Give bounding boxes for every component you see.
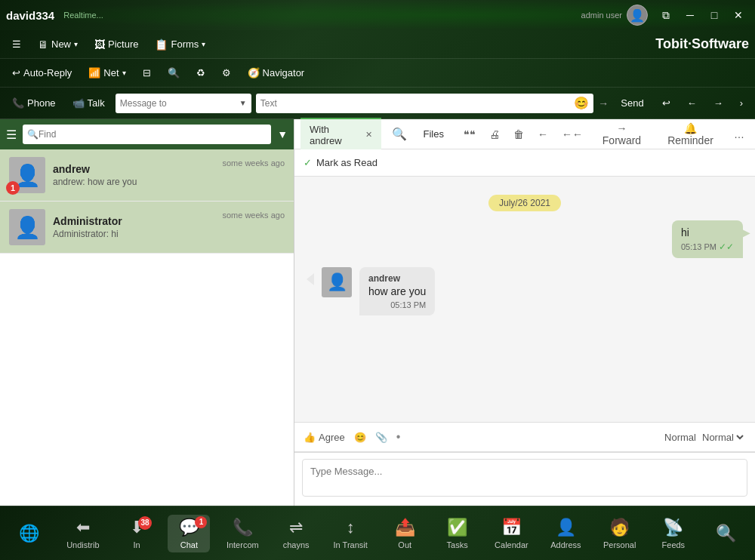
hamburger-icon: ☰: [12, 38, 21, 50]
menu-button[interactable]: ☰: [6, 35, 27, 53]
app-name: david334: [6, 9, 54, 22]
find-input[interactable]: [39, 129, 267, 140]
checkmark-icon: ✓: [304, 157, 312, 168]
message-input[interactable]: [302, 459, 747, 497]
search-tb-icon: 🔍: [716, 524, 736, 543]
message-to-input[interactable]: [120, 98, 239, 109]
message-text: how are you: [368, 285, 426, 297]
reply-all-button[interactable]: ←←: [557, 125, 587, 143]
chat-tab-andrew[interactable]: With andrew ✕: [300, 118, 381, 151]
new-button[interactable]: 🖥 New ▾: [32, 35, 84, 54]
forward-button[interactable]: → Forward: [592, 119, 652, 149]
recycle-icon: ♻: [196, 67, 205, 78]
autoreply-button[interactable]: ↩ Auto-Reply: [6, 64, 78, 82]
brand-logo: Tobit·Software: [655, 36, 749, 52]
arrow-right-icon: →: [598, 97, 609, 109]
taskbar-item-globe[interactable]: 🌐: [8, 521, 51, 546]
net-dropdown-icon: ▾: [122, 69, 126, 77]
realtime-status: Realtime...: [63, 11, 103, 20]
left-header: ☰ 🔍 ▼: [0, 119, 294, 149]
contact-item-andrew[interactable]: 👤 1 andrew andrew: how are you some week…: [0, 149, 294, 202]
taskbar-item-in[interactable]: 38 ⬇ In: [116, 515, 158, 552]
message-to-field[interactable]: ▼: [116, 94, 251, 113]
taskbar-item-out[interactable]: 📤 Out: [384, 515, 426, 552]
recycle-button[interactable]: ♻: [190, 64, 211, 82]
message-text-input[interactable]: [260, 98, 575, 109]
reminder-button[interactable]: 🔔 Reminder: [656, 119, 725, 149]
emoji-react-button[interactable]: 😊: [354, 432, 366, 443]
priority-dropdown[interactable]: Normal High Low: [699, 431, 746, 444]
phone-button[interactable]: 📞 Phone: [6, 94, 62, 112]
chevron-right-button[interactable]: ›: [734, 94, 749, 112]
navigator-button[interactable]: 🧭 Navigator: [242, 64, 311, 82]
right-arrow-button[interactable]: →: [707, 94, 729, 112]
message-sent: hi 05:13 PM ✓✓: [307, 220, 743, 258]
restore-button[interactable]: ⧉: [655, 5, 676, 26]
toolbar-secondary: ↩ Auto-Reply 📶 Net ▾ ⊟ 🔍 ♻ ⚙ 🧭 Navigator: [0, 59, 755, 88]
unread-badge: 1: [6, 181, 20, 195]
taskbar-item-intercom[interactable]: 📞 Intercom: [220, 515, 265, 552]
agree-button[interactable]: 👍 Agree: [304, 432, 345, 443]
filter-button[interactable]: ⊟: [137, 64, 157, 82]
left-menu-icon[interactable]: ☰: [6, 128, 17, 142]
chevron-right-icon: ›: [740, 97, 743, 109]
taskbar-item-search[interactable]: 🔍: [704, 521, 747, 546]
thumbs-up-icon: 👍: [304, 432, 316, 443]
attachment-button[interactable]: 📎: [375, 432, 387, 443]
transit-icon: ↕: [347, 518, 355, 537]
username: admin user: [581, 11, 622, 20]
picture-icon: 🖼: [94, 38, 105, 51]
taskbar-item-calendar[interactable]: 📅 Calendar: [488, 515, 535, 552]
tab-close-icon[interactable]: ✕: [365, 130, 372, 140]
files-tab[interactable]: Files: [418, 124, 450, 144]
reply-button[interactable]: ←: [533, 125, 553, 143]
close-button[interactable]: ✕: [728, 5, 749, 26]
mark-read-bar[interactable]: ✓ Mark as Read: [294, 149, 755, 177]
tasks-icon: ✅: [447, 518, 467, 537]
talk-button[interactable]: 📹 Talk: [66, 94, 111, 112]
search-magnifier-icon: 🔍: [27, 129, 39, 140]
settings-icon: ⚙: [222, 67, 231, 78]
filter-dropdown-icon[interactable]: ▼: [277, 128, 288, 140]
personal-icon: 🧑: [609, 518, 630, 537]
minimize-button[interactable]: ─: [680, 5, 701, 26]
avatar-person-icon: 👤: [14, 215, 41, 240]
emoji-icon[interactable]: 😊: [574, 96, 589, 110]
search-box[interactable]: 🔍: [23, 125, 271, 144]
more-button[interactable]: …: [729, 125, 749, 143]
maximize-button[interactable]: □: [704, 5, 725, 26]
contact-avatar-wrap: 👤 1: [9, 157, 45, 193]
out-icon: 📤: [395, 518, 415, 537]
send-button[interactable]: Send: [613, 94, 651, 112]
taskbar-item-undistrib[interactable]: ⬅ Undistrib: [60, 515, 105, 552]
contact-avatar-wrap: 👤: [9, 209, 45, 245]
in-badge: 38: [138, 516, 152, 530]
quote-button[interactable]: ❝❝: [459, 125, 480, 143]
back-action-button[interactable]: ↩: [656, 94, 676, 112]
taskbar-item-tasks[interactable]: ✅ Tasks: [436, 515, 479, 552]
taskbar-item-chayns[interactable]: ⇌ chayns: [275, 515, 317, 552]
net-button[interactable]: 📶 Net ▾: [82, 64, 131, 82]
message-received: 👤 andrew how are you 05:13 PM: [307, 267, 743, 315]
search-button[interactable]: 🔍: [162, 64, 186, 82]
contact-item-administrator[interactable]: 👤 Administrator Administrator: hi some w…: [0, 202, 294, 254]
settings-button[interactable]: ⚙: [216, 64, 237, 82]
taskbar-item-personal[interactable]: 🧑 Personal: [597, 515, 642, 552]
taskbar-item-transit[interactable]: ↕ In Transit: [328, 515, 374, 552]
left-arrow-button[interactable]: ←: [681, 94, 703, 112]
compose-toolbar: 📞 Phone 📹 Talk ▼ 😊 → Send ↩ ← → ›: [0, 88, 755, 119]
print-button[interactable]: 🖨: [485, 125, 504, 143]
taskbar-item-chat[interactable]: 1 💬 Chat: [168, 515, 210, 552]
contact-info: andrew andrew: how are you: [53, 163, 214, 187]
search-tab[interactable]: 🔍: [386, 122, 413, 146]
forms-button[interactable]: 📋 Forms ▾: [149, 35, 211, 54]
taskbar-item-feeds[interactable]: 📡 Feeds: [652, 515, 695, 552]
delete-button[interactable]: 🗑: [509, 125, 528, 143]
feeds-label: Feeds: [662, 540, 686, 549]
taskbar-item-address[interactable]: 👤 Address: [544, 515, 587, 552]
out-label: Out: [398, 540, 411, 549]
message-text-field[interactable]: 😊: [256, 94, 594, 113]
picture-button[interactable]: 🖼 Picture: [88, 35, 144, 54]
priority-selector[interactable]: Normal Normal High Low: [664, 431, 746, 444]
message-input-area[interactable]: [294, 452, 755, 506]
